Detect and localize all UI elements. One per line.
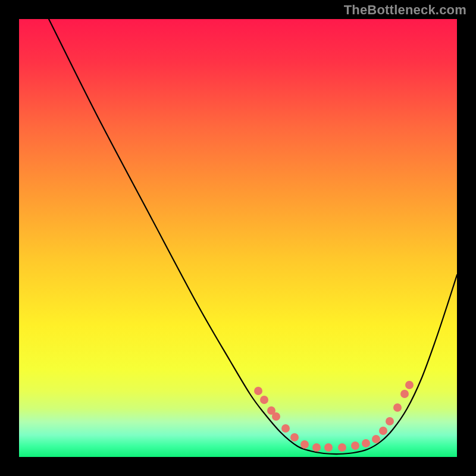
- optimal-dot: [372, 435, 380, 443]
- optimal-dot: [281, 424, 290, 433]
- optimal-dot: [312, 443, 321, 452]
- optimal-dot: [400, 390, 409, 398]
- optimal-dot: [338, 443, 346, 452]
- optimal-dot: [272, 412, 280, 421]
- chart-svg: [19, 19, 457, 457]
- optimal-dot: [405, 381, 414, 389]
- optimal-dot: [324, 443, 333, 452]
- optimal-dot: [379, 427, 387, 435]
- optimal-dot: [254, 387, 262, 395]
- heatmap-background: [19, 19, 457, 457]
- optimal-dot: [386, 417, 394, 425]
- optimal-dot: [290, 433, 299, 441]
- plot-area: [19, 19, 457, 457]
- watermark-text: TheBottleneck.com: [344, 2, 466, 18]
- chart-frame: TheBottleneck.com: [0, 0, 476, 476]
- optimal-dot: [362, 439, 370, 447]
- optimal-dot: [351, 441, 359, 450]
- optimal-dot: [393, 403, 402, 412]
- optimal-dot: [300, 440, 309, 449]
- optimal-dot: [260, 396, 268, 404]
